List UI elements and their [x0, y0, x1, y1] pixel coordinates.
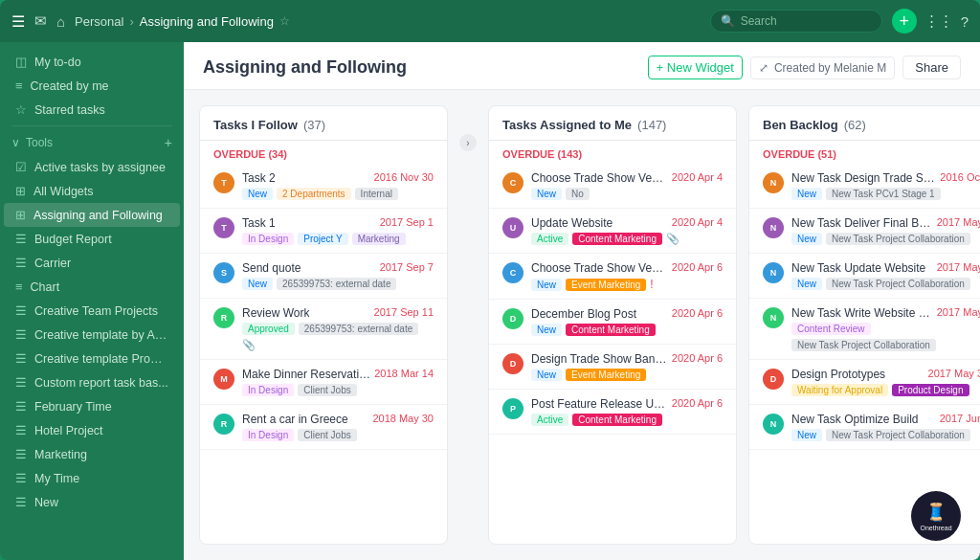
february-icon: ☰: [15, 399, 27, 414]
task-date: 2020 Apr 6: [672, 307, 723, 319]
todo-icon: ◫: [15, 55, 27, 69]
tag-badge: Client Jobs: [298, 384, 356, 396]
task-name: Rent a car in Greece: [242, 413, 348, 426]
task-item[interactable]: N New Task Deliver Final Build 2017 May …: [749, 209, 980, 254]
task-item[interactable]: D Design Prototypes 2017 May 3 Waiting f…: [749, 360, 980, 405]
task-item[interactable]: R Rent a car in Greece 2018 May 30 In De…: [200, 405, 447, 450]
avatar: N: [763, 217, 784, 238]
tag-badge: Client Jobs: [298, 429, 356, 441]
share-icon: ⤢: [759, 61, 768, 75]
task-item[interactable]: M Make Dinner Reservations 2... 2018 Mar…: [200, 360, 447, 405]
star-icon[interactable]: ☆: [279, 14, 290, 28]
status-badge: New: [791, 233, 822, 245]
task-content: New Task Optimize Build 2017 Jun New New…: [791, 413, 980, 441]
task-row: D December Blog Post 2020 Apr 6 New Cont…: [502, 307, 723, 336]
task-item[interactable]: C Choose Trade Show Venue 2020 Apr 4 New…: [489, 164, 736, 209]
task-item[interactable]: S Send quote 2017 Sep 7 New 265399753: e…: [200, 254, 447, 299]
onethread-badge[interactable]: 🧵 Onethread: [911, 491, 961, 541]
tools-label: Tools: [26, 136, 53, 149]
sidebar-mytodo-label: My to-do: [34, 56, 168, 69]
task-date: 2017 Jun: [940, 413, 980, 424]
avatar: R: [213, 307, 234, 328]
add-button[interactable]: +: [892, 9, 917, 34]
task-item[interactable]: T Task 2 2016 Nov 30 New 2 Departments: [200, 164, 447, 209]
task-item[interactable]: D Design Trade Show Banners 2020 Apr 6 N…: [489, 345, 736, 390]
sidebar-active-tasks-label: Active tasks by assignee: [34, 161, 168, 174]
column-nav-arrow[interactable]: ›: [459, 134, 477, 151]
breadcrumb-personal[interactable]: Personal: [75, 14, 123, 29]
task-meta: Active Content Marketing 📎: [531, 233, 723, 245]
task-item[interactable]: N New Task Update Website 2017 May New N…: [749, 254, 980, 299]
task-content: Post Feature Release Updates 2020 Apr 6 …: [531, 397, 723, 426]
avatar: M: [213, 369, 234, 390]
home-icon[interactable]: ⌂: [56, 13, 65, 30]
avatar: S: [213, 262, 234, 283]
new-widget-button[interactable]: + New Widget: [648, 56, 743, 79]
task-row: M Make Dinner Reservations 2... 2018 Mar…: [213, 368, 434, 396]
header-actions: + New Widget ⤢ Created by Melanie M Shar…: [648, 56, 961, 79]
content-area: Assigning and Following + New Widget ⤢ C…: [184, 42, 980, 560]
task-item[interactable]: T Task 1 2017 Sep 1 In Design Project Y: [200, 209, 447, 254]
sidebar-item-creative-template-prog[interactable]: ☰ Creative template Progr...: [4, 347, 180, 370]
sidebar-carrier-label: Carrier: [34, 257, 168, 270]
task-name-date: December Blog Post 2020 Apr 6: [531, 307, 723, 321]
mail-icon[interactable]: ✉: [34, 12, 47, 30]
tag-badge: Content Marketing: [572, 233, 662, 245]
task-item[interactable]: P Post Feature Release Updates 2020 Apr …: [489, 390, 736, 435]
hamburger-icon[interactable]: ☰: [11, 12, 25, 31]
tag-badge: New Task PCv1 Stage 1: [826, 188, 941, 200]
sidebar-item-all-widgets[interactable]: ⊞ All Widgets: [4, 179, 180, 203]
avatar: N: [763, 414, 784, 435]
attach-icon: 📎: [666, 233, 679, 245]
task-name: Task 1: [242, 216, 276, 230]
sidebar-item-new[interactable]: ☰ New: [4, 490, 180, 514]
tag-badge: 265399753: external date: [299, 323, 418, 335]
task-name-date: Design Prototypes 2017 May 3: [791, 368, 980, 381]
search-bar[interactable]: 🔍: [710, 10, 882, 33]
task-date: 2020 Apr 4: [672, 171, 723, 183]
sidebar-item-hotel[interactable]: ☰ Hotel Project: [4, 418, 180, 442]
sidebar-item-custom-report[interactable]: ☰ Custom report task bas...: [4, 370, 180, 394]
task-item[interactable]: D December Blog Post 2020 Apr 6 New Cont…: [489, 300, 736, 345]
sidebar-item-my-time[interactable]: ☰ My Time: [4, 466, 180, 490]
task-item[interactable]: N New Task Design Trade Sho... 2016 Oct …: [749, 164, 980, 209]
sidebar-tools-header[interactable]: ∨ Tools +: [0, 130, 184, 155]
nav-left: ☰ ✉ ⌂ Personal › Assigning and Following…: [11, 12, 290, 31]
sidebar-new-label: New: [34, 496, 168, 509]
onethread-icon: 🧵: [925, 502, 947, 523]
search-input[interactable]: [741, 14, 865, 28]
sidebar-item-mytodo[interactable]: ◫ My to-do: [4, 50, 180, 74]
page-title: Assigning and Following: [203, 57, 648, 78]
grid-icon[interactable]: ⋮⋮: [924, 12, 953, 30]
sidebar-item-created-by-me[interactable]: ≡ Created by me: [4, 74, 180, 98]
sidebar-item-creative-template-as[interactable]: ☰ Creative template by As...: [4, 323, 180, 347]
avatar: T: [213, 172, 234, 193]
task-item[interactable]: R Review Work 2017 Sep 11 Approved 26539…: [200, 299, 447, 360]
sidebar-item-carrier[interactable]: ☰ Carrier: [4, 251, 180, 275]
task-meta: New New Task Project Collaboration: [791, 278, 980, 290]
attach-icon: 📎: [242, 339, 256, 351]
tools-add-icon[interactable]: +: [165, 135, 172, 150]
sidebar-item-chart[interactable]: ≡ Chart: [4, 275, 180, 299]
sidebar-item-budget[interactable]: ☰ Budget Report: [4, 227, 180, 251]
task-name: Update Website: [531, 216, 612, 230]
task-row: S Send quote 2017 Sep 7 New 265399753: e…: [213, 261, 434, 290]
sidebar-item-marketing[interactable]: ☰ Marketing: [4, 442, 180, 466]
sidebar-item-active-tasks[interactable]: ☑ Active tasks by assignee: [4, 155, 180, 179]
task-meta: Waiting for Approval Product Design: [791, 384, 980, 396]
sidebar-item-february[interactable]: ☰ February Time: [4, 394, 180, 418]
task-item[interactable]: N New Task Write Website Co... 2017 May …: [749, 299, 980, 360]
task-item[interactable]: U Update Website 2020 Apr 4 Active Conte…: [489, 209, 736, 254]
task-meta: New No: [531, 188, 723, 200]
task-date: 2018 May 30: [372, 413, 434, 424]
sidebar-item-starred[interactable]: ☆ Starred tasks: [4, 98, 180, 122]
help-icon[interactable]: ?: [961, 13, 969, 30]
task-item[interactable]: C Choose Trade Show Venue 2020 Apr 6 New…: [489, 254, 736, 300]
avatar: D: [763, 369, 784, 390]
task-item[interactable]: N New Task Optimize Build 2017 Jun New N…: [749, 405, 980, 450]
sidebar-item-assigning[interactable]: ⊞ Assigning and Following: [4, 203, 180, 227]
main-layout: ◫ My to-do ≡ Created by me ☆ Starred tas…: [0, 42, 980, 560]
task-name: Review Work: [242, 306, 309, 320]
share-button[interactable]: Share: [902, 56, 961, 79]
sidebar-item-creative-team[interactable]: ☰ Creative Team Projects: [4, 299, 180, 323]
